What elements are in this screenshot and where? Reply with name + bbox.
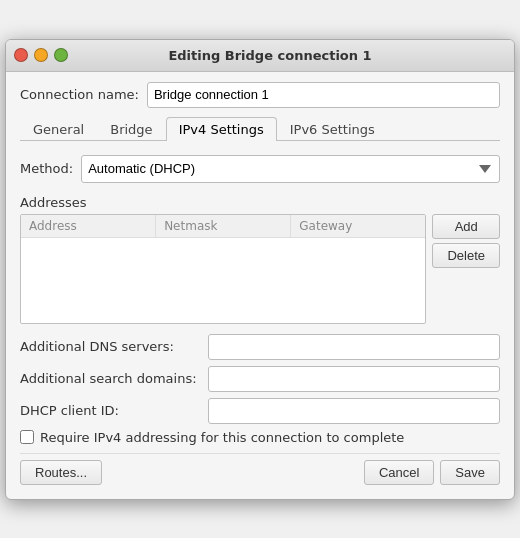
tab-ipv4[interactable]: IPv4 Settings xyxy=(166,117,277,141)
col-netmask: Netmask xyxy=(156,215,291,237)
dns-servers-label: Additional DNS servers: xyxy=(20,339,200,354)
close-button[interactable] xyxy=(14,48,28,62)
addresses-body xyxy=(21,238,425,318)
minimize-button[interactable] xyxy=(34,48,48,62)
search-domains-label: Additional search domains: xyxy=(20,371,200,386)
delete-address-button[interactable]: Delete xyxy=(432,243,500,268)
require-ipv4-label: Require IPv4 addressing for this connect… xyxy=(40,430,404,445)
addresses-label: Addresses xyxy=(20,195,500,210)
window-title: Editing Bridge connection 1 xyxy=(74,48,466,63)
bottom-buttons: Routes... Cancel Save xyxy=(20,453,500,485)
col-address: Address xyxy=(21,215,156,237)
dhcp-client-id-input[interactable] xyxy=(208,398,500,424)
search-domains-input[interactable] xyxy=(208,366,500,392)
require-ipv4-row: Require IPv4 addressing for this connect… xyxy=(20,430,500,445)
routes-button[interactable]: Routes... xyxy=(20,460,102,485)
titlebar: Editing Bridge connection 1 xyxy=(6,40,514,72)
addresses-section: Addresses Address Netmask Gateway Add De… xyxy=(20,195,500,324)
addresses-header: Address Netmask Gateway xyxy=(21,215,425,238)
dialog-window: Editing Bridge connection 1 Connection n… xyxy=(5,39,515,500)
dhcp-client-id-label: DHCP client ID: xyxy=(20,403,200,418)
dns-servers-input[interactable] xyxy=(208,334,500,360)
dns-servers-row: Additional DNS servers: xyxy=(20,334,500,360)
add-address-button[interactable]: Add xyxy=(432,214,500,239)
addresses-table: Address Netmask Gateway xyxy=(20,214,426,324)
connection-name-row: Connection name: xyxy=(20,82,500,108)
method-select[interactable]: Automatic (DHCP) Manual Link-Local Only … xyxy=(81,155,500,183)
tab-bridge[interactable]: Bridge xyxy=(97,117,165,141)
right-buttons: Cancel Save xyxy=(364,460,500,485)
connection-name-label: Connection name: xyxy=(20,87,139,102)
ipv4-tab-content: Method: Automatic (DHCP) Manual Link-Loc… xyxy=(20,151,500,489)
address-buttons: Add Delete xyxy=(432,214,500,324)
connection-name-input[interactable] xyxy=(147,82,500,108)
tab-ipv6[interactable]: IPv6 Settings xyxy=(277,117,388,141)
col-gateway: Gateway xyxy=(291,215,425,237)
addresses-container: Address Netmask Gateway Add Delete xyxy=(20,214,500,324)
dialog-content: Connection name: General Bridge IPv4 Set… xyxy=(6,72,514,499)
dhcp-client-id-row: DHCP client ID: xyxy=(20,398,500,424)
cancel-button[interactable]: Cancel xyxy=(364,460,434,485)
search-domains-row: Additional search domains: xyxy=(20,366,500,392)
tab-general[interactable]: General xyxy=(20,117,97,141)
method-row: Method: Automatic (DHCP) Manual Link-Loc… xyxy=(20,155,500,183)
save-button[interactable]: Save xyxy=(440,460,500,485)
maximize-button[interactable] xyxy=(54,48,68,62)
method-label: Method: xyxy=(20,161,73,176)
require-ipv4-checkbox[interactable] xyxy=(20,430,34,444)
tab-bar: General Bridge IPv4 Settings IPv6 Settin… xyxy=(20,116,500,141)
